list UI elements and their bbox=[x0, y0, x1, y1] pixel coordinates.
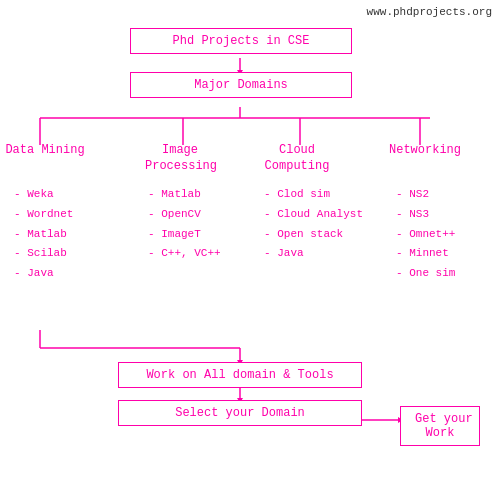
item-matlab-ip: Matlab bbox=[148, 185, 221, 205]
item-scilab: Scilab bbox=[14, 244, 73, 264]
item-imaget: ImageT bbox=[148, 225, 221, 245]
item-ns2: NS2 bbox=[396, 185, 455, 205]
item-ns3: NS3 bbox=[396, 205, 455, 225]
domain-image-processing: ImageProcessing bbox=[145, 143, 215, 174]
website-label: www.phdprojects.org bbox=[367, 6, 492, 18]
sublist-image-processing: Matlab OpenCV ImageT C++, VC++ bbox=[148, 185, 221, 264]
domain-networking: Networking bbox=[385, 143, 465, 159]
domain-data-mining: Data Mining bbox=[5, 143, 85, 159]
get-work-box: Get yourWork bbox=[400, 406, 480, 446]
item-java-dm: Java bbox=[14, 264, 73, 284]
item-opencv: OpenCV bbox=[148, 205, 221, 225]
major-domains-box: Major Domains bbox=[130, 72, 352, 98]
select-domain-box[interactable]: Select your Domain bbox=[118, 400, 362, 426]
item-one-sim: One sim bbox=[396, 264, 455, 284]
item-weka: Weka bbox=[14, 185, 73, 205]
item-cpp: C++, VC++ bbox=[148, 244, 221, 264]
item-open-stack: Open stack bbox=[264, 225, 363, 245]
sublist-cloud-computing: Clod sim Cloud Analyst Open stack Java bbox=[264, 185, 363, 264]
item-omnet: Omnet++ bbox=[396, 225, 455, 245]
work-box: Work on All domain & Tools bbox=[118, 362, 362, 388]
sublist-data-mining: Weka Wordnet Matlab Scilab Java bbox=[14, 185, 73, 284]
top-box: Phd Projects in CSE bbox=[130, 28, 352, 54]
item-clod-sim: Clod sim bbox=[264, 185, 363, 205]
item-java-cc: Java bbox=[264, 244, 363, 264]
item-cloud-analyst: Cloud Analyst bbox=[264, 205, 363, 225]
item-minnet: Minnet bbox=[396, 244, 455, 264]
item-wordnet: Wordnet bbox=[14, 205, 73, 225]
sublist-networking: NS2 NS3 Omnet++ Minnet One sim bbox=[396, 185, 455, 284]
domain-cloud-computing: CloudComputing bbox=[262, 143, 332, 174]
item-matlab-dm: Matlab bbox=[14, 225, 73, 245]
